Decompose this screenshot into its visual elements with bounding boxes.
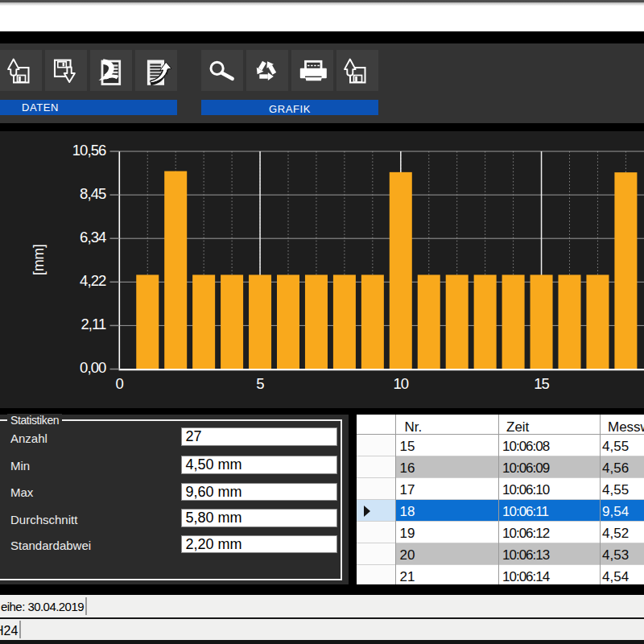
svg-text:4,22: 4,22	[80, 272, 106, 289]
svg-text:6,34: 6,34	[80, 229, 106, 246]
svg-text:0: 0	[116, 374, 124, 391]
svg-text:[mm]: [mm]	[31, 244, 47, 275]
svg-text:15: 15	[534, 374, 549, 391]
svg-text:2,11: 2,11	[80, 316, 106, 332]
svg-text:8,45: 8,45	[80, 184, 106, 201]
svg-text:10: 10	[393, 374, 408, 391]
svg-text:10,56: 10,56	[72, 141, 106, 158]
svg-text:5: 5	[256, 374, 264, 391]
svg-text:0,00: 0,00	[80, 359, 106, 376]
